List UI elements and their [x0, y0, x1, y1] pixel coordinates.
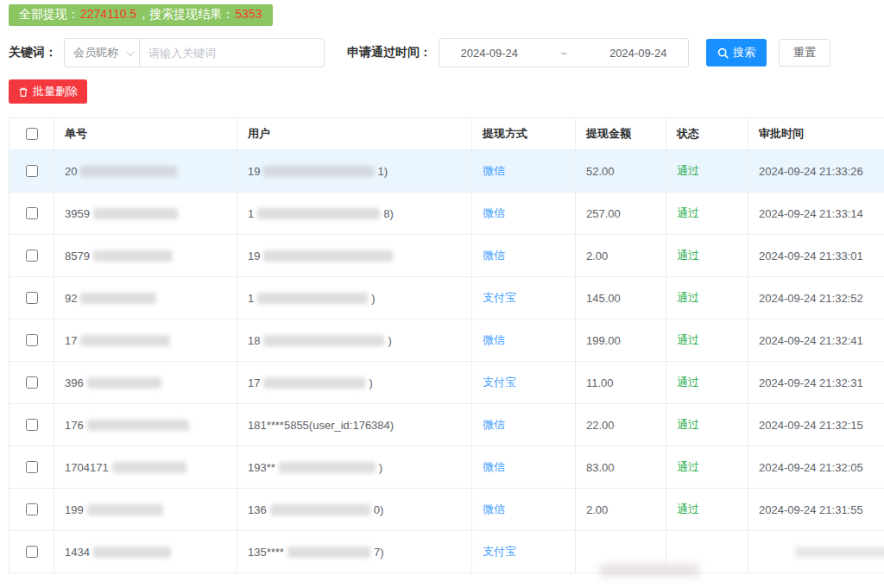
- method-link[interactable]: 微信: [483, 332, 505, 348]
- method-link[interactable]: 微信: [483, 502, 505, 517]
- select-all-checkbox[interactable]: [26, 128, 38, 140]
- header-method: 提现方式: [472, 118, 576, 149]
- method-link[interactable]: 支付宝: [483, 290, 516, 306]
- row-checkbox-cell: [9, 235, 54, 276]
- date-start-value[interactable]: 2024-09-24: [461, 47, 519, 60]
- search-button-label: 搜索: [733, 45, 755, 60]
- banner-text-prefix: 全部提现：: [19, 7, 79, 21]
- row-checkbox-cell: [9, 531, 54, 572]
- amount-cell: 83.00: [576, 446, 666, 488]
- table-row: 199 1360) 微信 2.00 通过 2024-09-24 21:31:55: [9, 489, 884, 531]
- user-cell: 1360): [237, 489, 472, 530]
- method-cell: 微信: [472, 235, 576, 276]
- status-cell: 通过: [666, 235, 748, 276]
- amount-cell: 2.00: [576, 489, 666, 530]
- search-button[interactable]: 搜索: [706, 39, 767, 66]
- time-cell: 2024-09-24 21:33:14: [748, 193, 884, 234]
- row-checkbox-cell: [9, 277, 54, 319]
- status-text: 通过: [677, 459, 699, 475]
- row-checkbox[interactable]: [26, 461, 38, 473]
- amount-cell: 11.00: [576, 362, 666, 403]
- header-time: 审批时间: [748, 118, 884, 149]
- row-checkbox[interactable]: [26, 419, 38, 431]
- redacted-user: [287, 547, 370, 558]
- redacted-order: [87, 377, 161, 389]
- keyword-type-value: 会员昵称: [73, 45, 118, 60]
- status-cell: 通过: [666, 489, 748, 530]
- status-cell: 通过: [666, 150, 748, 192]
- row-checkbox[interactable]: [26, 334, 38, 346]
- chevron-down-icon: [126, 47, 135, 56]
- status-cell: 通过: [666, 319, 748, 361]
- redacted-user: [257, 293, 368, 304]
- keyword-type-select[interactable]: 会员昵称: [64, 38, 140, 67]
- method-link[interactable]: 支付宝: [483, 375, 516, 390]
- time-cell: 2024-09-24 21:32:15: [748, 404, 884, 446]
- time-cell: 2024-09-24 21:32:05: [748, 446, 884, 488]
- method-link[interactable]: 微信: [483, 248, 505, 263]
- redacted-user: [279, 462, 376, 473]
- user-cell: 1): [237, 277, 472, 319]
- filter-bar: 关键词： 会员昵称 申请通过时间： 2024-09-24 ~ 2024-09-2…: [9, 38, 875, 67]
- keyword-input[interactable]: [139, 38, 325, 67]
- row-checkbox-cell: [9, 193, 54, 234]
- row-checkbox[interactable]: [26, 503, 38, 515]
- row-checkbox-cell: [9, 446, 54, 488]
- method-cell: 微信: [472, 446, 576, 488]
- row-checkbox-cell: [9, 362, 54, 403]
- status-cell: 通过: [666, 277, 748, 319]
- user-cell: 193**): [237, 446, 472, 488]
- method-link[interactable]: 微信: [483, 163, 505, 179]
- date-range-picker[interactable]: 2024-09-24 ~ 2024-09-24: [439, 38, 689, 67]
- redacted-user: [263, 250, 393, 262]
- search-result-count: 5353: [234, 7, 262, 21]
- batch-delete-label: 批量删除: [33, 84, 78, 99]
- row-checkbox-cell: [9, 150, 54, 192]
- status-cell: 通过: [666, 362, 748, 403]
- method-link[interactable]: 支付宝: [483, 544, 516, 560]
- method-link[interactable]: 微信: [483, 417, 505, 433]
- order-cell: 1704171: [54, 446, 237, 488]
- withdrawals-table: 单号 用户 提现方式 提现金额 状态 审批时间 20 191) 微信 52.00…: [9, 117, 884, 573]
- order-cell: 17: [54, 319, 237, 361]
- amount-cell: 199.00: [576, 319, 666, 361]
- method-link[interactable]: 微信: [483, 459, 505, 475]
- order-cell: 176: [54, 404, 237, 446]
- table-row: 396 17) 支付宝 11.00 通过 2024-09-24 21:32:31: [9, 362, 884, 404]
- row-checkbox[interactable]: [26, 207, 38, 219]
- withdrawal-admin-page: 全部提现：2274110.5，搜索提现结果：5353 关键词： 会员昵称 申请通…: [0, 0, 884, 573]
- status-text: 通过: [677, 290, 699, 306]
- amount-cell: 52.00: [576, 150, 666, 192]
- time-cell: 2024-09-24 21:32:52: [748, 277, 884, 319]
- status-text: 通过: [677, 375, 699, 390]
- time-cell: 2024-09-24 21:31:55: [748, 489, 884, 530]
- redacted-user: [263, 377, 365, 389]
- time-cell: 2024-09-24 21:32:31: [748, 362, 884, 403]
- amount-cell: 145.00: [576, 277, 666, 319]
- redacted-order: [112, 462, 186, 473]
- redacted-user: [270, 504, 370, 515]
- amount-cell: 2.00: [576, 235, 666, 276]
- row-checkbox[interactable]: [26, 250, 38, 262]
- reset-button[interactable]: 重置: [779, 39, 830, 66]
- order-cell: 20: [54, 150, 237, 192]
- amount-cell: 22.00: [576, 404, 666, 446]
- row-checkbox[interactable]: [26, 546, 38, 558]
- batch-delete-button[interactable]: 批量删除: [9, 79, 87, 104]
- table-header-row: 单号 用户 提现方式 提现金额 状态 审批时间: [9, 118, 884, 150]
- row-checkbox[interactable]: [26, 376, 38, 389]
- row-checkbox[interactable]: [26, 165, 38, 177]
- row-checkbox[interactable]: [26, 292, 38, 304]
- table-row: 1434 135****7) 支付宝: [9, 531, 884, 573]
- table-row: 17 18) 微信 199.00 通过 2024-09-24 21:32:41: [9, 319, 884, 362]
- method-link[interactable]: 微信: [483, 205, 505, 221]
- method-cell: 支付宝: [472, 362, 576, 403]
- user-cell: 17): [237, 362, 472, 403]
- redacted-user: [263, 166, 374, 177]
- date-end-value[interactable]: 2024-09-24: [609, 47, 667, 60]
- header-order: 单号: [54, 118, 237, 149]
- pagination-blur: [600, 564, 699, 577]
- total-withdrawal-amount: 2274110.5: [79, 7, 137, 21]
- keyword-label: 关键词：: [9, 45, 57, 60]
- status-text: 通过: [677, 332, 699, 348]
